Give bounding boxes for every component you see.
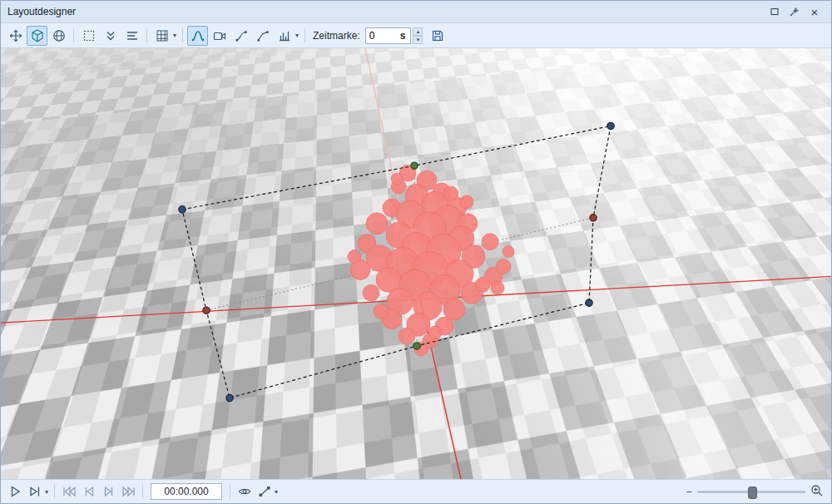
keyframe-chart-icon[interactable] bbox=[274, 26, 295, 46]
zoom-out-icon[interactable]: − bbox=[686, 487, 692, 497]
grid-icon[interactable] bbox=[151, 26, 172, 46]
play-icon[interactable] bbox=[5, 482, 24, 501]
particle bbox=[363, 284, 379, 301]
zeitmarke-spinner[interactable]: ▲ ▼ bbox=[413, 27, 423, 44]
move-icon[interactable] bbox=[5, 26, 26, 46]
transport-separator bbox=[54, 484, 55, 499]
selection-handle-edge-h[interactable] bbox=[203, 307, 210, 314]
zeitmarke-input[interactable] bbox=[366, 30, 398, 42]
grid-dropdown-icon[interactable]: ▾ bbox=[173, 32, 176, 39]
zeitmarke-label: Zeitmarke: bbox=[313, 30, 360, 42]
selection-handle-edge-v[interactable] bbox=[411, 162, 418, 169]
spinner-up-icon[interactable]: ▲ bbox=[413, 27, 423, 36]
selection-handle-edge-v[interactable] bbox=[414, 343, 420, 349]
curve-linear-icon[interactable] bbox=[252, 26, 273, 46]
path-nodes-icon[interactable] bbox=[255, 482, 274, 501]
main-toolbar: ▾ ▾ Zeitmarke: bbox=[1, 23, 831, 48]
particle-cluster bbox=[348, 165, 514, 356]
play-dropdown-icon[interactable]: ▾ bbox=[45, 488, 48, 496]
collapse-chevrons-icon[interactable] bbox=[100, 26, 121, 46]
particle bbox=[460, 195, 473, 209]
skip-to-start-icon[interactable] bbox=[59, 482, 78, 501]
spinner-down-icon[interactable]: ▼ bbox=[413, 36, 423, 44]
play-from-timemark-icon[interactable] bbox=[25, 482, 44, 501]
selection-handle-corner[interactable] bbox=[607, 122, 614, 129]
selection-handle-corner[interactable] bbox=[179, 206, 186, 213]
particle bbox=[391, 173, 403, 185]
transport-bar: ▾ 00:00.000 bbox=[1, 479, 831, 503]
camera-icon[interactable] bbox=[209, 26, 230, 46]
zoom-controls: − bbox=[686, 484, 827, 500]
particle bbox=[399, 328, 415, 344]
transport-separator bbox=[142, 484, 143, 499]
restore-icon[interactable] bbox=[765, 2, 785, 21]
toolbar-separator bbox=[73, 28, 74, 43]
select-region-icon[interactable] bbox=[78, 26, 99, 46]
spline-path-icon[interactable] bbox=[187, 26, 208, 46]
particle bbox=[475, 277, 490, 292]
selection-handle-corner[interactable] bbox=[226, 394, 233, 401]
close-icon[interactable]: × bbox=[805, 2, 825, 21]
selection-handle-corner[interactable] bbox=[586, 299, 592, 306]
particle bbox=[443, 186, 458, 201]
particle bbox=[348, 250, 361, 264]
zoom-in-icon[interactable] bbox=[810, 484, 824, 500]
particle bbox=[428, 326, 442, 339]
canvas-overlay[interactable] bbox=[1, 48, 831, 479]
pin-icon[interactable] bbox=[785, 2, 805, 21]
transport-separator bbox=[230, 484, 230, 499]
particle bbox=[374, 304, 389, 319]
layoutdesigner-window: Layoutdesigner × bbox=[0, 0, 832, 504]
curve-keyframes-icon[interactable] bbox=[230, 26, 251, 46]
particle bbox=[496, 259, 511, 274]
keyframe-chart-dropdown-icon[interactable]: ▾ bbox=[295, 32, 299, 39]
layout-canvas[interactable] bbox=[1, 48, 831, 479]
step-forward-icon[interactable] bbox=[99, 482, 118, 501]
toolbar-separator bbox=[305, 28, 305, 43]
particle bbox=[482, 234, 498, 250]
zeitmarke-field: s bbox=[365, 27, 412, 44]
globe-icon[interactable] bbox=[48, 26, 69, 46]
zoom-slider[interactable] bbox=[697, 491, 805, 493]
cube-3d-icon[interactable] bbox=[27, 26, 47, 46]
save-icon[interactable] bbox=[427, 26, 448, 46]
particle bbox=[366, 213, 388, 235]
zoom-slider-thumb[interactable] bbox=[748, 487, 757, 499]
time-display: 00:00.000 bbox=[151, 483, 222, 500]
particle bbox=[503, 246, 514, 258]
toolbar-separator bbox=[146, 28, 147, 43]
preview-visibility-icon[interactable] bbox=[235, 482, 254, 501]
selection-handle-edge-h[interactable] bbox=[590, 215, 597, 221]
titlebar: Layoutdesigner × bbox=[1, 1, 831, 23]
path-nodes-dropdown-icon[interactable]: ▾ bbox=[275, 488, 278, 496]
window-title: Layoutdesigner bbox=[7, 6, 76, 17]
align-bars-icon[interactable] bbox=[121, 26, 142, 46]
toolbar-separator bbox=[182, 28, 183, 43]
step-back-icon[interactable] bbox=[79, 482, 98, 501]
zeitmarke-unit: s bbox=[398, 30, 409, 42]
skip-to-end-icon[interactable] bbox=[119, 482, 138, 501]
particle bbox=[491, 281, 504, 294]
